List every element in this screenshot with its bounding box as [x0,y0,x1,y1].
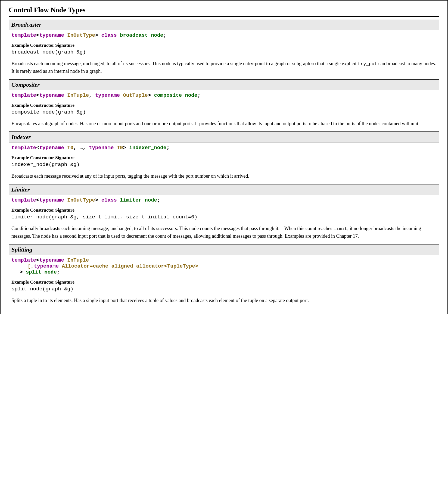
section-header-indexer: Indexer [9,132,439,143]
constructor-sig-splitting: split_node(graph &g) [9,285,439,295]
section-template-indexer: template<typename T0, …, typename T9> in… [9,143,439,152]
constructor-label-compositer: Example Constructor Signature [9,100,439,109]
constructor-sig-broadcaster: broadcast_node(graph &g) [9,49,439,58]
constructor-label-limiter: Example Constructor Signature [9,205,439,214]
section-template-splitting: template<typename InTuple [,typename All… [9,255,439,277]
section-splitting: Splitting template<typename InTuple [,ty… [9,244,439,308]
constructor-sig-indexer: indexer_node(graph &g) [9,161,439,170]
section-template-broadcaster: template<typename InOutType> class broad… [9,30,439,40]
section-limiter: Limiter template<typename InOutType> cla… [9,184,439,244]
section-broadcaster: Broadcaster template<typename InOutType>… [9,20,439,80]
section-desc-splitting: Splits a tuple in to its elements. Has a… [9,295,439,308]
constructor-label-indexer: Example Constructor Signature [9,152,439,161]
section-desc-compositer: Encapsulates a subgraph of nodes. Has on… [9,118,439,131]
section-header-splitting: Splitting [9,244,439,255]
section-desc-limiter: Conditionally broadcasts each incoming m… [9,223,439,244]
section-template-limiter: template<typename InOutType> class limit… [9,195,439,205]
section-indexer: Indexer template<typename T0, …, typenam… [9,132,439,184]
section-template-compositer: template<typename InTuple, typename OutT… [9,90,439,100]
page-title: Control Flow Node Types [9,6,439,17]
section-desc-indexer: Broadcasts each message received at any … [9,170,439,184]
section-compositer: Compositer template<typename InTuple, ty… [9,80,439,132]
page-container: Control Flow Node Types Broadcaster temp… [0,0,448,314]
section-header-broadcaster: Broadcaster [9,20,439,30]
constructor-sig-compositer: composite_node(graph &g) [9,109,439,118]
constructor-label-splitting: Example Constructor Signature [9,277,439,285]
section-desc-broadcaster: Broadcasts each incoming message, unchan… [9,58,439,79]
constructor-sig-limiter: limiter_node(graph &g, size_t limit, siz… [9,214,439,223]
constructor-label-broadcaster: Example Constructor Signature [9,40,439,49]
section-header-limiter: Limiter [9,184,439,195]
section-header-compositer: Compositer [9,80,439,90]
